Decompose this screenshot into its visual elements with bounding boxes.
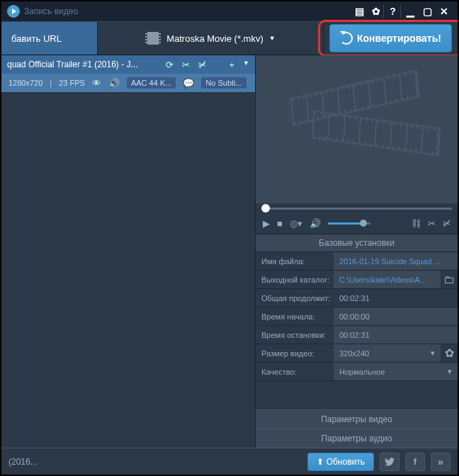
prop-output: Выходной каталог: C:\Users\kate\Videos\A…: [256, 271, 458, 289]
audio-codec[interactable]: AAC 44 K...: [127, 77, 176, 89]
filename-value[interactable]: 2016-01-19 Suicide Squad ...: [334, 252, 458, 270]
minimize-button[interactable]: ▁: [402, 5, 418, 18]
film-reel-icon: [291, 84, 447, 154]
convert-button[interactable]: Конвертировать!: [329, 24, 452, 52]
cut-icon[interactable]: ✂: [182, 60, 190, 70]
subtitle-value[interactable]: No Subti...: [201, 77, 246, 89]
refresh-icon: [340, 32, 353, 45]
settings-header: Базовые установки: [256, 234, 458, 252]
app-logo-icon: [7, 5, 20, 18]
update-label: Обновить: [327, 457, 365, 467]
meta-separator: |: [50, 79, 52, 87]
more-button[interactable]: »: [431, 453, 450, 471]
titlebar-left: Запись видео: [7, 5, 78, 18]
duration-value: 00:02:31: [334, 289, 458, 307]
film-icon: [145, 32, 161, 45]
fps-value: 23 FPS: [59, 79, 85, 87]
file-meta-row: 1280x720 | 23 FPS 👁 🔊 AAC 44 K... 💬 No S…: [1, 74, 255, 92]
size-settings-icon[interactable]: ✿: [441, 346, 458, 360]
seek-thumb[interactable]: [261, 204, 270, 212]
snapshot-button[interactable]: ◎▾: [290, 218, 302, 229]
facebook-button[interactable]: f: [405, 453, 425, 471]
twitter-button[interactable]: [380, 453, 400, 471]
prop-start: Время начала: 00:00:00: [256, 307, 458, 326]
bottom-bar: (2016... ⬆ Обновить f »: [1, 448, 458, 475]
volume-icon[interactable]: 🔊: [310, 218, 321, 229]
basic-settings: Базовые установки Имя файла: 2016-01-19 …: [256, 234, 458, 448]
seek-bar[interactable]: [256, 203, 458, 213]
convert-label: Конвертировать!: [357, 33, 441, 44]
format-label: Matroska Movie (*.mkv): [166, 33, 264, 44]
menu-list-icon[interactable]: ▤: [351, 5, 367, 18]
duration-label: Общая продолжит:: [256, 294, 334, 302]
seek-track: [261, 208, 452, 210]
chevron-down-icon[interactable]: ▼: [243, 60, 249, 70]
format-selector[interactable]: Matroska Movie (*.mkv) ▼: [98, 22, 324, 55]
output-label: Выходной каталог:: [256, 276, 334, 284]
stop-label: Время остановки:: [256, 331, 334, 339]
start-value[interactable]: 00:00:00: [334, 307, 458, 325]
volume-thumb[interactable]: [360, 220, 367, 227]
help-icon[interactable]: ?: [385, 5, 401, 18]
audio-params-button[interactable]: Параметры аудио: [256, 429, 458, 448]
prop-stop: Время остановки: 00:02:31: [256, 326, 458, 344]
filename-label: Имя файла:: [256, 257, 334, 266]
stop-button[interactable]: ■: [277, 218, 283, 229]
status-text: (2016...: [8, 457, 38, 467]
prop-filename: Имя файла: 2016-01-19 Suicide Squad ...: [256, 252, 458, 271]
file-header-actions: ⟳ ✂ ✂̸ + ▼: [166, 60, 249, 70]
resolution-value: 1280x720: [8, 79, 42, 87]
add-url-label: бавить URL: [11, 33, 62, 44]
eye-icon[interactable]: 👁: [92, 78, 101, 89]
volume-fill: [328, 222, 360, 225]
file-item-header[interactable]: quad Official Trailer #1 (2016) - J... ⟳…: [1, 55, 255, 74]
prop-size: Размер видео: 320x240 ✿: [256, 344, 458, 363]
file-list-panel: quad Official Trailer #1 (2016) - J... ⟳…: [1, 55, 255, 448]
add-icon[interactable]: +: [229, 60, 234, 70]
toolbar: бавить URL Matroska Movie (*.mkv) ▼ Конв…: [1, 21, 458, 55]
maximize-button[interactable]: ▢: [419, 5, 435, 18]
add-url-button[interactable]: бавить URL: [1, 22, 98, 55]
close-button[interactable]: ✕: [436, 5, 452, 18]
app-title: Запись видео: [24, 6, 78, 16]
update-button[interactable]: ⬆ Обновить: [307, 453, 374, 471]
settings-gear-icon[interactable]: ✿: [368, 5, 384, 18]
quality-label: Качество:: [256, 368, 334, 376]
titlebar: Запись видео ▤ ✿ ? ▁ ▢ ✕: [1, 1, 458, 21]
file-name: quad Official Trailer #1 (2016) - J...: [7, 60, 138, 69]
chevron-down-icon: ▼: [269, 35, 276, 42]
nocut-icon[interactable]: ✂̸: [198, 60, 206, 70]
video-params-button[interactable]: Параметры видео: [256, 409, 458, 429]
preview-area: [256, 55, 458, 203]
convert-wrap: Конвертировать!: [324, 24, 458, 52]
prop-quality: Качество: Нормальное: [256, 363, 458, 381]
subtitle-icon[interactable]: 💬: [183, 78, 194, 89]
volume-slider[interactable]: [328, 222, 370, 225]
twitter-icon: [385, 458, 395, 466]
play-button[interactable]: ▶: [263, 218, 270, 229]
browse-folder-icon[interactable]: 🗀: [441, 273, 458, 286]
nocut-icon[interactable]: ✂̸: [443, 218, 450, 229]
retry-icon[interactable]: ⟳: [166, 60, 174, 70]
size-label: Размер видео:: [256, 349, 334, 358]
speaker-icon[interactable]: 🔊: [108, 78, 120, 89]
quality-value[interactable]: Нормальное: [334, 363, 458, 380]
playback-controls: ▶ ■ ◎▾ 🔊 ⛓ ✂ ✂̸: [256, 213, 458, 234]
stop-value[interactable]: 00:02:31: [334, 326, 458, 344]
start-label: Время начала:: [256, 312, 334, 321]
right-panel: ▶ ■ ◎▾ 🔊 ⛓ ✂ ✂̸ Базовые установки Имя фа…: [255, 55, 458, 448]
titlebar-right: ▤ ✿ ? ▁ ▢ ✕: [351, 5, 452, 18]
size-value[interactable]: 320x240: [334, 344, 441, 362]
upload-icon: ⬆: [317, 457, 324, 467]
prop-duration: Общая продолжит: 00:02:31: [256, 289, 458, 307]
output-value[interactable]: C:\Users\kate\Videos\A...: [334, 271, 441, 288]
link-icon[interactable]: ⛓: [412, 218, 421, 229]
main: quad Official Trailer #1 (2016) - J... ⟳…: [1, 55, 458, 448]
cut-icon[interactable]: ✂: [428, 218, 436, 229]
